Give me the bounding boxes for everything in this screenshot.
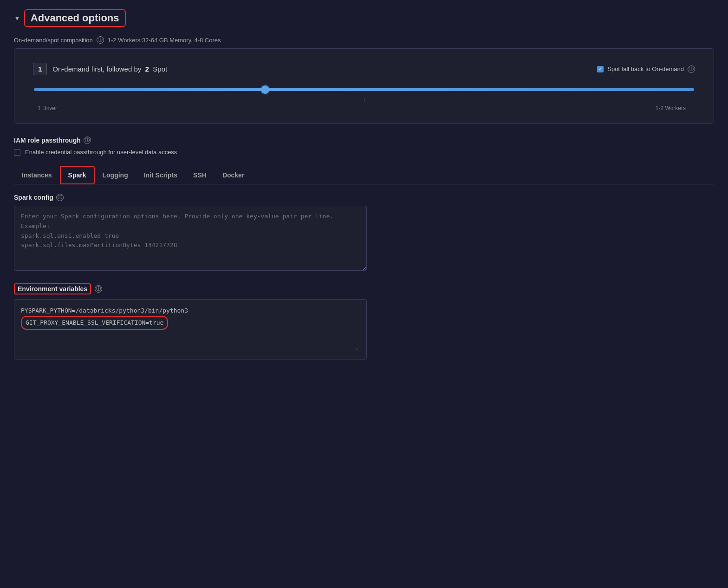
advanced-options-title: Advanced options (24, 9, 126, 27)
spark-config-info-icon[interactable]: ⓘ (56, 194, 64, 201)
workers-label: 1-2 Workers (656, 105, 695, 111)
slider-container[interactable] (33, 88, 695, 91)
ondemand-description: 1-2 Workers:32-64 GB Memory, 4-8 Cores (108, 37, 221, 44)
ondemand-info-icon[interactable]: ⓘ (97, 36, 104, 44)
tab-spark[interactable]: Spark (60, 166, 95, 184)
slider-thumb[interactable] (261, 85, 269, 94)
env-info-icon[interactable]: ⓘ (95, 285, 102, 293)
tab-ssh[interactable]: SSH (185, 166, 214, 184)
tab-init-scripts[interactable]: Init Scripts (136, 166, 185, 184)
env-vars-section: Environment variables ⓘ PYSPARK_PYTHON=/… (14, 283, 714, 359)
iam-title-text: IAM role passthrough (14, 137, 81, 144)
tick-end (694, 98, 694, 101)
env-textarea-container[interactable]: PYSPARK_PYTHON=/databricks/python3/bin/p… (14, 299, 367, 359)
tab-logging[interactable]: Logging (95, 166, 136, 184)
advanced-options-header: ▼ Advanced options (14, 9, 714, 27)
tab-instances[interactable]: Instances (14, 166, 60, 184)
env-title-text: Environment variables (14, 283, 91, 294)
slider-fill-left (34, 88, 265, 91)
spot-fallback-row: ✓ Spot fall back to On-demand ⓘ (597, 65, 695, 73)
credential-label: Enable credential passthrough for user-l… (25, 149, 177, 156)
slider-desc-text: On-demand first, followed by 2 Spot (52, 65, 167, 73)
env-line-1: PYSPARK_PYTHON=/databricks/python3/bin/p… (21, 305, 360, 316)
spark-config-title-text: Spark config (14, 194, 53, 201)
driver-label: 1 Driver (33, 105, 57, 111)
slider-ticks (33, 98, 695, 101)
tick-middle (364, 98, 364, 101)
tab-docker[interactable]: Docker (214, 166, 252, 184)
slider-fill-right (265, 88, 694, 91)
credential-row: Enable credential passthrough for user-l… (14, 149, 714, 156)
ondemand-label-row: On-demand/spot composition ⓘ 1-2 Workers… (14, 36, 714, 44)
spot-fallback-checkbox[interactable]: ✓ (597, 66, 604, 72)
spot-fallback-info-icon[interactable]: ⓘ (688, 65, 695, 73)
env-line-2: GIT_PROXY_ENABLE_SSL_VERIFICATION=true (21, 316, 168, 329)
iam-info-icon[interactable]: ⓘ (84, 137, 91, 144)
spark-config-section: Spark config ⓘ (14, 194, 714, 272)
slider-track (34, 88, 694, 91)
slider-labels: 1 Driver 1-2 Workers (33, 105, 695, 111)
tick-start (34, 98, 34, 101)
spark-config-title: Spark config ⓘ (14, 194, 714, 201)
ondemand-label: On-demand/spot composition (14, 37, 93, 44)
iam-section: IAM role passthrough ⓘ Enable credential… (14, 137, 714, 156)
spark-config-textarea[interactable] (14, 206, 367, 271)
iam-title: IAM role passthrough ⓘ (14, 137, 714, 144)
env-section-title: Environment variables ⓘ (14, 283, 714, 294)
demand-badge: 1 (33, 63, 47, 75)
chevron-down-icon[interactable]: ▼ (14, 14, 20, 22)
resize-handle-icon: ⌟ (21, 344, 360, 352)
spot-fallback-label: Spot fall back to On-demand (607, 65, 684, 72)
slider-description-row: 1 On-demand first, followed by 2 Spot ✓ … (33, 63, 695, 75)
credential-checkbox[interactable] (14, 149, 20, 156)
slider-panel: 1 On-demand first, followed by 2 Spot ✓ … (14, 48, 714, 124)
tabs-container: Instances Spark Logging Init Scripts SSH… (14, 166, 714, 184)
